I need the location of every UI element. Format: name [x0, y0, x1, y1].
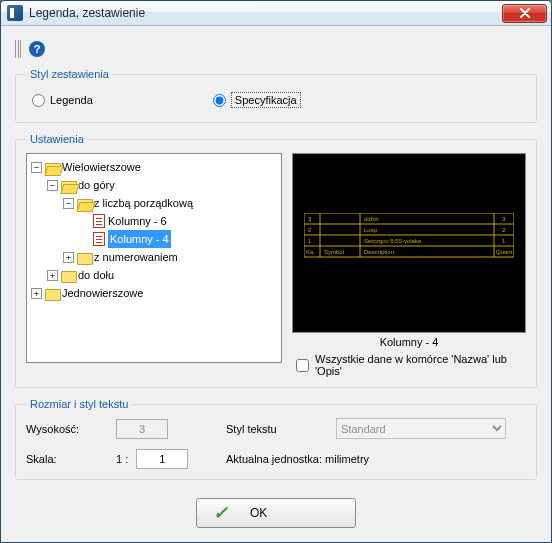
- tree-view[interactable]: − Wielowierszowe − do góry: [26, 153, 282, 363]
- style-radio-row: Legenda Specyfikacja: [26, 88, 526, 112]
- tree-label: do dołu: [78, 266, 114, 284]
- folder-icon: [45, 287, 59, 299]
- help-button[interactable]: ?: [29, 41, 45, 57]
- folder-open-icon: [61, 179, 75, 191]
- folder-icon: [61, 269, 75, 281]
- svg-text:Lusp: Lusp: [364, 227, 378, 233]
- radio-specyfikacja-input[interactable]: [213, 94, 226, 107]
- toolbar: ?: [15, 36, 537, 68]
- checkbox-all-data-input[interactable]: [296, 359, 309, 372]
- button-bar: ✓ OK: [15, 490, 537, 528]
- svg-text:2: 2: [502, 227, 506, 233]
- style-group-legend: Styl zestawienia: [26, 68, 113, 80]
- size-group-legend: Rozmiar i styl tekstu: [26, 398, 132, 410]
- height-label: Wysokość:: [26, 423, 116, 435]
- tree-label: do góry: [78, 176, 115, 194]
- tree-node-do-dolu[interactable]: + do dołu: [47, 266, 279, 284]
- radio-legenda-label: Legenda: [50, 94, 93, 106]
- svg-text:Description: Description: [364, 249, 394, 255]
- svg-text:1: 1: [308, 238, 312, 244]
- folder-icon: [77, 251, 91, 263]
- scale-prefix: 1 :: [116, 453, 128, 465]
- tree-node-z-liczba[interactable]: − z liczbą porządkową: [63, 194, 279, 212]
- scale-input[interactable]: [136, 449, 188, 469]
- expander-plus-icon[interactable]: +: [31, 288, 42, 299]
- dialog-window: Legenda, zestawienie ? Styl zestawienia …: [0, 0, 552, 543]
- tree-label: z liczbą porządkową: [94, 194, 193, 212]
- ok-button-label: OK: [250, 506, 267, 520]
- tree-node-do-gory[interactable]: − do góry: [47, 176, 279, 194]
- unit-label: Aktualna jednostka: milimetry: [226, 453, 526, 465]
- tree-node-kolumny6[interactable]: − Kolumny - 6: [79, 212, 279, 230]
- document-icon: [93, 232, 105, 246]
- expander-plus-icon[interactable]: +: [63, 252, 74, 263]
- document-icon: [93, 214, 105, 228]
- size-grid: Wysokość: Styl tekstu Standard Skala: 1 …: [26, 418, 526, 469]
- settings-group-legend: Ustawienia: [26, 133, 88, 145]
- radio-legenda-input[interactable]: [32, 94, 45, 107]
- scale-label: Skala:: [26, 453, 116, 465]
- svg-text:Ka.: Ka.: [306, 249, 315, 255]
- style-group: Styl zestawienia Legenda Specyfikacja: [15, 68, 537, 123]
- tree-label: Wielowierszowe: [62, 158, 141, 176]
- app-icon: [7, 5, 23, 21]
- radio-specyfikacja-label: Specyfikacja: [231, 92, 301, 108]
- checkbox-all-data[interactable]: Wszystkie dane w komórce 'Nazwa' lub 'Op…: [292, 353, 526, 377]
- tree-label-selected: Kolumny - 4: [108, 230, 171, 248]
- tree-label: Kolumny - 6: [108, 212, 167, 230]
- titlebar: Legenda, zestawienie: [1, 1, 551, 26]
- tree-label: z numerowaniem: [94, 248, 178, 266]
- svg-text:Quant.: Quant.: [496, 249, 514, 255]
- height-input[interactable]: [116, 419, 168, 439]
- window-title: Legenda, zestawienie: [29, 6, 502, 20]
- expander-minus-icon[interactable]: −: [63, 198, 74, 209]
- settings-group: Ustawienia − Wielowierszowe: [15, 133, 537, 388]
- radio-legenda[interactable]: Legenda: [32, 94, 93, 107]
- tree-node-wielowierszowe[interactable]: − Wielowierszowe: [31, 158, 279, 176]
- folder-open-icon: [77, 197, 91, 209]
- svg-text:3: 3: [308, 216, 312, 222]
- close-icon: [519, 8, 531, 18]
- svg-text:Symbol: Symbol: [324, 249, 344, 255]
- tree-node-z-numerowaniem[interactable]: + z numerowaniem: [63, 248, 279, 266]
- svg-text:1: 1: [502, 238, 506, 244]
- tree-label: Jednowierszowe: [62, 284, 143, 302]
- svg-text:3: 3: [502, 216, 506, 222]
- preview-column: 3 ddfvh 3 2 Lusp 2 1 Setczgov 8:55-volek…: [292, 153, 526, 377]
- textstyle-label: Styl tekstu: [226, 423, 336, 435]
- tree-node-kolumny4[interactable]: − Kolumny - 4: [79, 230, 279, 248]
- settings-body: − Wielowierszowe − do góry: [26, 153, 526, 377]
- grip-icon: [15, 40, 21, 58]
- radio-specyfikacja[interactable]: Specyfikacja: [213, 92, 301, 108]
- folder-open-icon: [45, 161, 59, 173]
- expander-minus-icon[interactable]: −: [47, 180, 58, 191]
- svg-text:2: 2: [308, 227, 312, 233]
- close-button[interactable]: [502, 4, 547, 23]
- ok-button[interactable]: ✓ OK: [196, 498, 356, 528]
- check-icon: ✓: [213, 502, 228, 524]
- preview-pane: 3 ddfvh 3 2 Lusp 2 1 Setczgov 8:55-volek…: [292, 153, 526, 333]
- expander-minus-icon[interactable]: −: [31, 162, 42, 173]
- svg-text:ddfvh: ddfvh: [364, 216, 379, 222]
- expander-plus-icon[interactable]: +: [47, 270, 58, 281]
- preview-caption: Kolumny - 4: [292, 333, 526, 353]
- checkbox-all-data-label: Wszystkie dane w komórce 'Nazwa' lub 'Op…: [315, 353, 526, 377]
- svg-text:Setczgov 8:55-voleka: Setczgov 8:55-voleka: [364, 238, 422, 244]
- preview-table-icon: 3 ddfvh 3 2 Lusp 2 1 Setczgov 8:55-volek…: [304, 213, 514, 273]
- tree-node-jednowierszowe[interactable]: + Jednowierszowe: [31, 284, 279, 302]
- textstyle-combo[interactable]: Standard: [336, 418, 506, 439]
- size-group: Rozmiar i styl tekstu Wysokość: Styl tek…: [15, 398, 537, 480]
- dialog-content: ? Styl zestawienia Legenda Specyfikacja …: [1, 26, 551, 542]
